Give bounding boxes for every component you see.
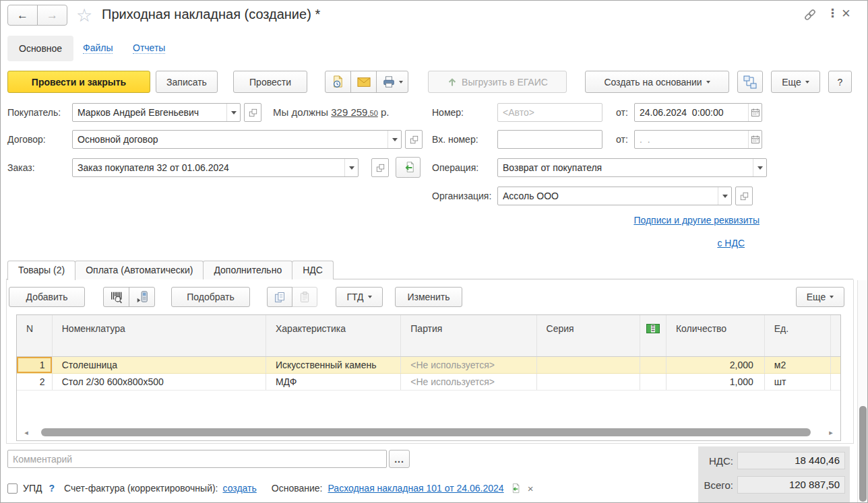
incoming-number-field[interactable] xyxy=(497,130,602,149)
fill-from-order-button[interactable] xyxy=(396,157,421,178)
organization-input[interactable] xyxy=(498,187,718,205)
forward-icon: → xyxy=(46,9,58,22)
buyer-field[interactable] xyxy=(72,103,241,122)
basis-open-button[interactable] xyxy=(509,483,521,494)
buyer-open-button[interactable] xyxy=(244,103,261,122)
incoming-number-input[interactable] xyxy=(498,131,602,148)
posting-log-button[interactable] xyxy=(325,71,351,93)
chevron-down-icon xyxy=(349,166,354,170)
incoming-date-input[interactable] xyxy=(635,131,748,148)
cell-qty: 1,000 xyxy=(666,374,765,390)
create-invoice-link[interactable]: создать xyxy=(223,483,257,494)
terminal-icon xyxy=(135,290,149,304)
table-row[interactable]: 2 Стол 2/30 600x800x500 МДФ <Не использу… xyxy=(17,374,840,391)
tab-payment[interactable]: Оплата (Автоматически) xyxy=(75,261,204,279)
goods-table: N Номенклатура Характеристика Партия Сер… xyxy=(16,314,841,441)
barcode-scan-button[interactable] xyxy=(103,287,129,307)
horizontal-scroll-track[interactable] xyxy=(32,428,826,437)
scroll-right-arrow[interactable]: ▸ xyxy=(826,428,836,437)
contract-field[interactable] xyxy=(72,130,402,149)
get-link-icon[interactable] xyxy=(803,7,817,24)
clear-basis-icon[interactable]: × xyxy=(528,483,534,494)
copy-rows-button[interactable] xyxy=(267,287,292,307)
open-form-icon xyxy=(248,108,258,118)
upd-checkbox[interactable] xyxy=(7,483,18,494)
more-button[interactable]: Еще xyxy=(771,71,820,93)
write-button[interactable]: Записать xyxy=(156,71,218,93)
col-header-n: N xyxy=(17,315,53,356)
order-input[interactable] xyxy=(73,159,344,176)
upload-arrow-icon xyxy=(447,77,458,88)
print-caret-icon xyxy=(399,81,403,83)
buyer-dropdown-button[interactable] xyxy=(226,104,240,121)
operation-field[interactable] xyxy=(497,158,767,177)
print-button[interactable] xyxy=(376,71,408,93)
basis-document-link[interactable]: Расходная накладная 101 от 24.06.2024 xyxy=(328,483,503,494)
menu-kebab-icon[interactable]: ⋮ xyxy=(827,6,838,20)
cell-characteristic: МДФ xyxy=(266,374,401,390)
signatures-link[interactable]: Подписи и другие реквизиты xyxy=(633,215,760,226)
contract-label: Договор: xyxy=(7,130,46,149)
tab-reports[interactable]: Отчеты xyxy=(133,42,165,54)
incoming-date-calendar-button[interactable] xyxy=(748,131,762,148)
debt-amount-link[interactable]: 329 259,50 xyxy=(331,106,378,118)
close-icon[interactable]: × xyxy=(842,5,850,22)
edit-row-button[interactable]: Изменить xyxy=(395,287,462,307)
create-based-on-button[interactable]: Создать на основании xyxy=(585,71,729,93)
comment-field[interactable] xyxy=(7,450,387,468)
contract-dropdown-button[interactable] xyxy=(388,131,401,148)
favorite-star-icon[interactable]: ☆ xyxy=(76,5,92,26)
add-row-button[interactable]: Добавить xyxy=(9,287,85,307)
number-field[interactable] xyxy=(497,103,602,122)
pick-items-button[interactable]: Подобрать xyxy=(171,287,250,307)
operation-dropdown-button[interactable] xyxy=(753,159,766,176)
vertical-scrollbar[interactable] xyxy=(857,280,868,503)
buyer-input[interactable] xyxy=(73,104,226,121)
organization-open-button[interactable] xyxy=(735,187,753,205)
tab-goods[interactable]: Товары (2) xyxy=(7,261,75,280)
contract-input[interactable] xyxy=(73,131,388,148)
organization-field[interactable] xyxy=(497,187,732,205)
tab-main[interactable]: Основное xyxy=(7,36,73,61)
email-button[interactable] xyxy=(350,71,377,93)
gtd-button[interactable]: ГТД xyxy=(336,287,383,307)
upd-help-link[interactable]: ? xyxy=(49,483,55,494)
cell-n: 2 xyxy=(17,374,53,390)
comment-expand-button[interactable]: ... xyxy=(389,450,410,468)
vat-mode-link[interactable]: с НДС xyxy=(717,238,745,248)
order-dropdown-button[interactable] xyxy=(344,159,358,176)
forward-button[interactable]: → xyxy=(37,5,67,26)
number-input[interactable] xyxy=(498,104,602,121)
document-structure-icon xyxy=(743,75,757,90)
basis-label: Основание: xyxy=(272,483,323,494)
post-button[interactable]: Провести xyxy=(233,71,307,93)
related-documents-button[interactable] xyxy=(737,71,763,93)
organization-dropdown-button[interactable] xyxy=(718,187,731,205)
operation-input[interactable] xyxy=(498,159,753,176)
table-more-button[interactable]: Еще xyxy=(796,287,844,307)
vertical-scroll-thumb[interactable] xyxy=(859,406,867,502)
date-label: от: xyxy=(616,103,628,122)
tab-files[interactable]: Файлы xyxy=(83,42,113,54)
back-button[interactable]: ← xyxy=(7,5,38,26)
horizontal-scroll-thumb[interactable] xyxy=(41,428,811,436)
organization-label: Организация: xyxy=(432,187,491,205)
incoming-date-field[interactable] xyxy=(634,130,762,149)
date-field[interactable] xyxy=(634,103,762,122)
post-and-close-button[interactable]: Провести и закрыть xyxy=(7,71,150,93)
date-calendar-button[interactable] xyxy=(748,104,762,121)
date-input[interactable] xyxy=(635,104,748,121)
tab-vat[interactable]: НДС xyxy=(292,261,334,279)
help-button[interactable]: ? xyxy=(828,71,852,93)
egais-upload-button[interactable]: Выгрузить в ЕГАИС xyxy=(428,71,567,93)
order-field[interactable] xyxy=(72,158,359,177)
contract-open-button[interactable] xyxy=(405,130,423,149)
comment-input[interactable] xyxy=(8,450,386,467)
table-row[interactable]: 1 Столешница Искусственный камень <Не ис… xyxy=(17,357,840,374)
tab-extra[interactable]: Дополнительно xyxy=(203,261,292,279)
order-open-button[interactable] xyxy=(371,158,389,177)
scroll-left-arrow[interactable]: ◂ xyxy=(21,428,32,437)
paste-icon xyxy=(299,291,311,304)
paste-rows-button[interactable] xyxy=(292,287,317,307)
data-terminal-button[interactable] xyxy=(129,287,155,307)
